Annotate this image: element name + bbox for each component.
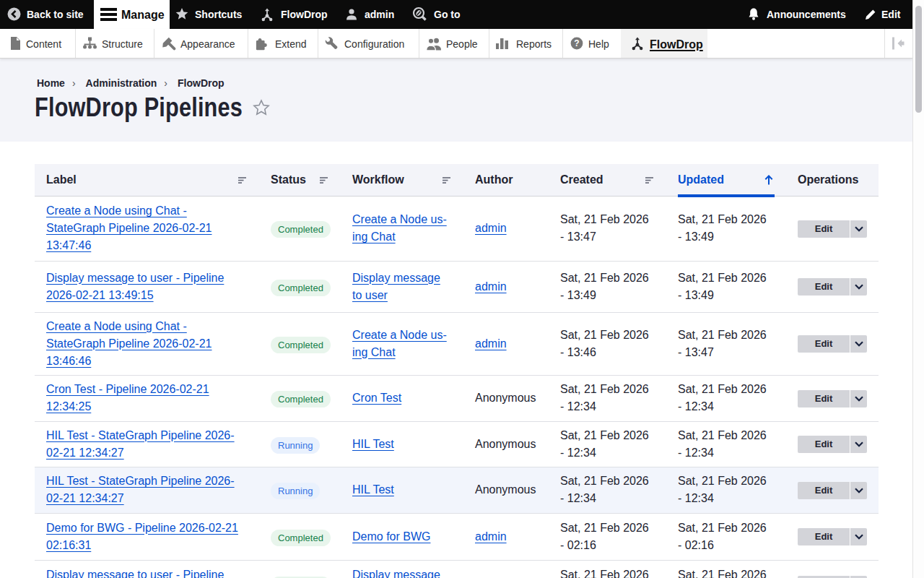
svg-text:?: ? — [574, 38, 579, 48]
